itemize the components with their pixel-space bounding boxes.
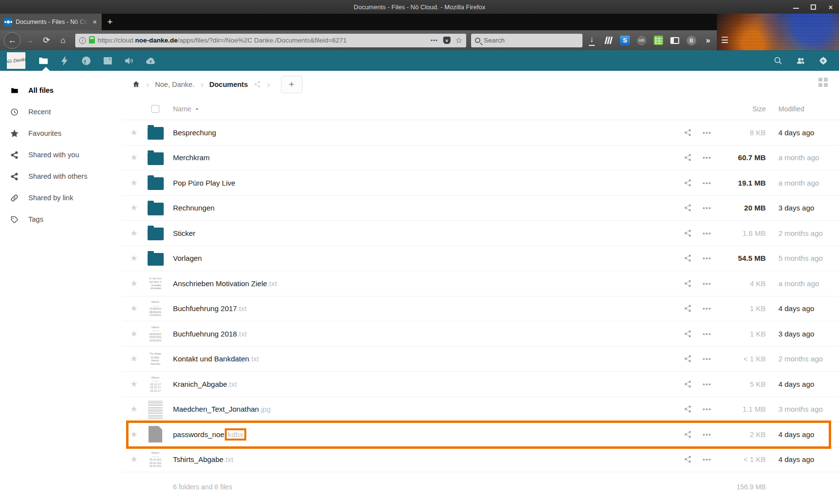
favorite-star-icon[interactable]: ★ — [130, 228, 137, 238]
file-row[interactable]: ★ Merchkram ••• 60.7 MB a month ago — [122, 146, 839, 171]
sidebar-item-recent[interactable]: Recent — [0, 101, 122, 123]
file-name[interactable]: Maedchen_Text_Jonathan — [173, 405, 259, 413]
sidebar-item-shared-with-you[interactable]: Shared with you — [0, 144, 122, 166]
file-name[interactable]: Kranich_Abgabe — [173, 380, 227, 388]
home-icon[interactable] — [132, 80, 140, 88]
share-icon[interactable] — [684, 254, 692, 262]
file-name[interactable]: Pop Püro Play Live — [173, 179, 236, 187]
file-row[interactable]: ★ Vorlagen ••• 54.5 MB 5 months ago — [122, 246, 839, 272]
more-actions-icon[interactable]: ••• — [703, 204, 711, 211]
favorite-star-icon[interactable]: ★ — [130, 178, 137, 188]
minimize-button[interactable] — [793, 5, 799, 9]
file-row[interactable]: ★ Datum--------21/08/20108/09/20113/10/2… — [122, 296, 839, 322]
app-music[interactable] — [118, 50, 140, 71]
file-name[interactable]: Kontakt und Bankdaten — [173, 355, 249, 363]
select-all-checkbox[interactable] — [151, 105, 159, 113]
reload-button[interactable]: ⟳ — [39, 33, 54, 48]
file-row[interactable]: ★ Rechnungen ••• 20 MB 3 days ago — [122, 196, 839, 221]
app-passwords[interactable] — [75, 50, 97, 71]
more-actions-icon[interactable]: ••• — [703, 129, 711, 136]
https-lock-icon[interactable] — [89, 39, 95, 43]
sidebar-item-all-files[interactable]: All files — [0, 80, 122, 101]
app-gallery[interactable] — [97, 50, 118, 71]
browser-tab[interactable]: Documents - Files - Nö Clo × — [0, 14, 102, 30]
favorite-star-icon[interactable]: ★ — [130, 127, 137, 138]
size-column-header[interactable]: Size — [717, 105, 766, 113]
pocket-icon[interactable]: v — [443, 37, 451, 44]
share-icon[interactable] — [684, 304, 692, 313]
search-button[interactable] — [769, 50, 787, 71]
app-activity[interactable] — [54, 50, 75, 71]
hamburger-menu-button[interactable]: ☰ — [717, 33, 732, 48]
more-actions-icon[interactable]: ••• — [703, 179, 711, 187]
more-actions-icon[interactable]: ••• — [703, 380, 711, 388]
share-icon[interactable] — [684, 204, 692, 212]
favorite-star-icon[interactable]: ★ — [130, 379, 137, 389]
grid-view-toggle-icon[interactable] — [818, 78, 828, 87]
share-icon[interactable] — [684, 355, 692, 363]
contacts-button[interactable] — [791, 50, 810, 71]
file-name[interactable]: Besprechung — [173, 128, 216, 137]
file-row[interactable]: ★ In den zurAuf dem V- Gestaltu- Erstpla… — [122, 271, 839, 296]
file-row[interactable]: ★ Datum--------20.01.20120.01.20120.01.2… — [122, 447, 839, 473]
crumb-current-folder[interactable]: Documents — [209, 81, 248, 88]
app-cloud[interactable] — [140, 50, 161, 71]
sidebar-item-tags[interactable]: Tags — [0, 209, 122, 230]
favorite-star-icon[interactable]: ★ — [130, 329, 137, 339]
bookmark-star-icon[interactable]: ☆ — [455, 36, 462, 45]
favorite-star-icon[interactable]: ★ — [130, 354, 137, 364]
more-actions-icon[interactable]: ••• — [703, 431, 711, 438]
file-row[interactable]: ★ Tim StaatE-Mail:Handy:Adresse Kontakt … — [122, 347, 839, 372]
maximize-button[interactable] — [811, 4, 816, 10]
share-icon[interactable] — [684, 455, 692, 463]
site-info-icon[interactable]: i — [79, 37, 86, 44]
sidebar-item-favourites[interactable]: Favourites — [0, 123, 122, 144]
share-icon[interactable] — [684, 128, 692, 137]
favorite-star-icon[interactable]: ★ — [130, 404, 137, 414]
library-button[interactable] — [601, 33, 616, 48]
more-actions-icon[interactable]: ••• — [703, 405, 711, 413]
home-button[interactable]: ⌂ — [56, 33, 70, 48]
share-icon[interactable] — [684, 279, 692, 288]
more-actions-icon[interactable]: ••• — [703, 154, 711, 161]
settings-button[interactable] — [814, 50, 832, 71]
share-icon[interactable] — [684, 330, 692, 338]
forward-button[interactable]: → — [22, 33, 37, 48]
share-icon[interactable] — [684, 153, 692, 162]
crumb-folder[interactable]: Noe, Danke. — [155, 81, 194, 88]
favorite-star-icon[interactable]: ★ — [130, 203, 137, 213]
favorite-star-icon[interactable]: ★ — [130, 303, 137, 314]
browser-search-bar[interactable]: Search — [471, 34, 582, 47]
extension-ud-button[interactable]: UD — [634, 33, 649, 48]
more-actions-icon[interactable]: ••• — [703, 456, 711, 463]
favorite-star-icon[interactable]: ★ — [130, 429, 137, 440]
more-actions-icon[interactable]: ••• — [703, 280, 711, 287]
share-breadcrumb-icon[interactable] — [254, 81, 261, 88]
new-tab-button[interactable]: + — [102, 14, 118, 30]
file-name[interactable]: Rechnungen — [173, 204, 215, 212]
modified-column-header[interactable]: Modified — [766, 105, 825, 113]
close-button[interactable]: × — [827, 3, 834, 10]
page-actions-icon[interactable]: ⋯ — [430, 36, 438, 45]
file-name[interactable]: Sticker — [173, 229, 195, 237]
file-row[interactable]: ★ Datum--------03.12.1703.12.1703.12.17 … — [122, 372, 839, 397]
file-row[interactable]: ★ Sticker ••• 1.6 MB 2 months ago — [122, 221, 839, 246]
overflow-menu-button[interactable]: » — [701, 33, 715, 48]
file-row-highlighted[interactable]: ★ passwords_noekdbx ••• 2 KB 4 days ago — [122, 422, 839, 447]
file-name[interactable]: Tshirts_Abgabe — [173, 455, 223, 463]
share-icon[interactable] — [684, 405, 692, 413]
file-row[interactable]: ★ Datum--------02/01/20103/01/20110/01/2… — [122, 321, 839, 347]
extension-grid-button[interactable] — [651, 33, 666, 48]
share-icon[interactable] — [684, 380, 692, 388]
share-icon[interactable] — [684, 179, 692, 187]
sidebar-item-shared-by-link[interactable]: Shared by link — [0, 187, 122, 209]
file-name[interactable]: passwords_noe — [173, 430, 224, 439]
more-actions-icon[interactable]: ••• — [703, 355, 711, 362]
favorite-star-icon[interactable]: ★ — [130, 152, 137, 163]
more-actions-icon[interactable]: ••• — [703, 230, 711, 237]
file-name[interactable]: Anschrieben Motivation Ziele — [173, 279, 267, 288]
file-name[interactable]: Buchfuehrung 2017 — [173, 304, 237, 313]
favorite-star-icon[interactable]: ★ — [130, 278, 137, 289]
url-text[interactable]: https://cloud.noe-danke.de/apps/files/?d… — [98, 37, 428, 44]
file-row[interactable]: ★ Besprechung ••• 8 KB 4 days ago — [122, 120, 839, 146]
